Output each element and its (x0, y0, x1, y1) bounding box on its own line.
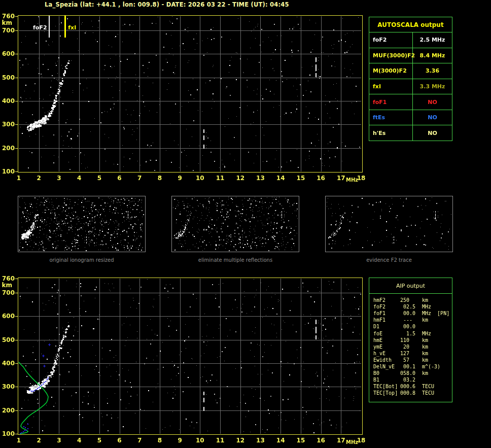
param-value: 2.5 MHz (413, 32, 452, 48)
param-value: 00.0 (400, 324, 416, 329)
param-label: hmF2 (373, 297, 400, 303)
param-unit: TECU (422, 384, 434, 389)
param-unit: km (422, 351, 428, 356)
aip-row: hmF1 ---km (373, 317, 452, 323)
param-value: 127 (400, 351, 416, 356)
param-label: foE (373, 331, 400, 336)
param-value: NO (413, 125, 452, 141)
param-label: fxI (369, 79, 413, 94)
param-value: 250 (400, 297, 416, 303)
param-label: DelN_vE (373, 364, 400, 369)
aip-row: ymE 20km (373, 343, 452, 350)
param-unit: km (422, 357, 428, 363)
param-label: h_vE (373, 351, 400, 356)
aip-output-table: AIP output hmF2250kmfoF2 02.5MHzfoF1 00.… (369, 278, 452, 402)
param-unit: km (422, 344, 428, 350)
param-label: h'Es (369, 125, 413, 141)
panel-caption-original: original ionogram resized (18, 257, 146, 263)
param-value: 57 (400, 357, 416, 363)
autoscala-row: fxI3.3 MHz (369, 79, 452, 94)
param-value: 3.36 (413, 63, 452, 79)
aip-row: hmE110km (373, 337, 452, 343)
autoscala-table-header: AUTOSCALA output (369, 17, 452, 32)
param-value: 03.2 (400, 377, 416, 383)
param-unit: km (422, 317, 428, 323)
autoscala-row: M(3000)F23.36 (369, 63, 452, 79)
param-value: NO (413, 110, 452, 125)
autoscala-row: ftEsNO (369, 110, 452, 125)
autoscala-ionogram-viewer: La_Spezia (lat: +44.1 , lon: 009.8) - DA… (0, 0, 491, 448)
autoscala-row: h'EsNO (369, 125, 452, 141)
param-unit: MHz (422, 331, 431, 336)
param-label: MUF(3000)F2 (369, 48, 413, 63)
param-value: 20 (400, 344, 416, 350)
autoscala-row: foF22.5 MHz (369, 32, 452, 48)
param-label: hmE (373, 337, 400, 343)
param-value: 1.5 (400, 331, 416, 336)
aip-row: TEC[Bot]000.6TECU (373, 383, 452, 390)
param-label: foF2 (373, 304, 400, 309)
param-value: 000.6 (400, 384, 416, 389)
param-unit: m^(-3) (422, 364, 440, 369)
param-value: 02.5 (400, 304, 416, 309)
param-label: ftEs (369, 110, 413, 125)
autoscala-table-rows: foF22.5 MHzMUF(3000)F28.4 MHzM(3000)F23.… (369, 32, 452, 141)
aip-row: hmF2250km (373, 297, 452, 303)
aip-row: Ewidth 57km (373, 357, 452, 363)
autoscala-output-table: AUTOSCALA output foF22.5 MHzMUF(3000)F28… (369, 17, 452, 141)
aip-row: DelN_vE 00.1m^(-3) (373, 363, 452, 370)
aip-row: h_vE127km (373, 350, 452, 357)
param-value: NO (413, 94, 452, 110)
aip-row: foE 1.5MHz (373, 330, 452, 336)
param-value: 3.3 MHz (413, 79, 452, 94)
param-unit: km (422, 337, 428, 343)
panel-caption-f2trace: evidence F2 trace (325, 257, 453, 263)
evidence-f2-trace-panel (325, 196, 453, 252)
aip-row: foF2 02.5MHz (373, 303, 452, 310)
aip-table-header: AIP output (369, 278, 452, 294)
param-label: foF1 (373, 311, 400, 316)
aip-row: TEC[Top]000.8TECU (373, 390, 452, 396)
param-label: D1 (373, 324, 400, 329)
aip-table-rows: hmF2250kmfoF2 02.5MHzfoF1 00.0MHz [PN]hm… (369, 294, 452, 396)
param-label: B1 (373, 377, 400, 383)
param-unit: km (422, 297, 428, 303)
param-value: 058.0 (400, 370, 416, 376)
param-label: foF2 (369, 32, 413, 48)
param-unit: MHz [PN] (422, 311, 449, 316)
autoscala-row: foF1NO (369, 94, 452, 110)
aip-row: foF1 00.0MHz [PN] (373, 310, 452, 317)
param-label: foF1 (369, 94, 413, 110)
aip-row: B1 03.2 (373, 376, 452, 383)
original-ionogram-panel (18, 196, 146, 252)
panel-caption-reflections: eliminate multiple reflections (171, 257, 299, 263)
param-label: ymE (373, 344, 400, 350)
param-value: --- (400, 317, 416, 323)
aip-row: B0058.0km (373, 370, 452, 376)
param-label: hmF1 (373, 317, 400, 323)
param-label: TEC[Bot] (373, 384, 400, 389)
main-ionogram-chart (0, 13, 370, 188)
profile-ionogram-chart (0, 275, 370, 448)
param-label: TEC[Top] (373, 390, 400, 396)
aip-row: D1 00.0 (373, 323, 452, 330)
param-value: 00.0 (400, 311, 416, 316)
param-value: 8.4 MHz (413, 48, 452, 63)
param-label: Ewidth (373, 357, 400, 363)
eliminate-reflections-panel (171, 196, 299, 252)
param-value: 00.1 (400, 364, 416, 369)
station-title: La_Spezia (lat: +44.1 , lon: 009.8) - DA… (45, 1, 289, 8)
param-unit: MHz (422, 304, 431, 309)
param-unit: TECU (422, 390, 434, 396)
param-value: 000.8 (400, 390, 416, 396)
param-label: B0 (373, 370, 400, 376)
param-value: 110 (400, 337, 416, 343)
autoscala-row: MUF(3000)F28.4 MHz (369, 48, 452, 63)
param-unit: km (422, 370, 428, 376)
param-label: M(3000)F2 (369, 63, 413, 79)
